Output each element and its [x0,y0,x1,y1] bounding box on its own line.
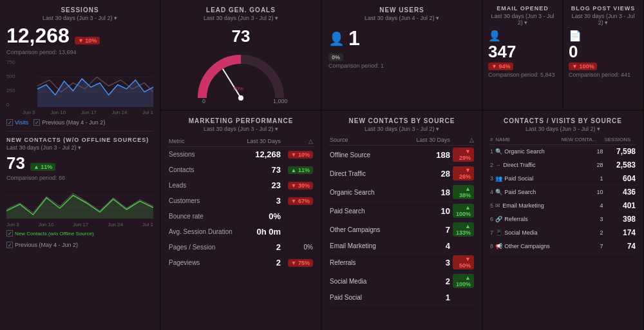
cv-rank: 6 [489,213,495,226]
nc-value: 28 [401,164,451,183]
mkt-value: 12,268 [242,147,282,162]
cv-sessions: 2,583 [603,159,636,172]
mkt-value: 3 [242,193,282,209]
nc-col-delta: △ [451,135,475,146]
top-right-panels: EMAIL OPENED Last 30 days (Jun 3 - Jul 2… [483,0,643,110]
blog-badge: ▼ 100% [569,63,597,70]
nc-delta: ▼ 26% [451,164,475,183]
sessions-chart [6,62,153,107]
svg-text:0: 0 [202,98,205,104]
cv-rank: 5 [489,199,495,213]
sessions-badge: ▼ 10% [75,37,100,44]
nc-col-source: Source [328,135,401,146]
nc-source: Social Media [328,272,401,291]
cv-col-sessions: SESSIONS [603,135,636,145]
mkt-metric: Leads [167,178,242,193]
new-users-subtitle: Last 30 days (Jun 4 - Jul 2) ▾ [328,15,475,21]
nc-row: Paid Social 1 [328,291,475,305]
cv-title: CONTACTS / VISITS BY SOURCE [489,117,636,124]
nc-row: Organic Search 18 ▲ 38% [328,183,475,202]
blog-subtitle: Last 30 days (Jun 3 - Jul 2) ▾ [569,13,638,26]
cv-subtitle: Last 30 days (Jun 3 - Jul 2) ▾ [489,126,636,132]
mkt-value: 23 [242,178,282,193]
new-contacts-source-panel: NEW CONTACTS BY SOURCE Last 30 days (Jun… [322,111,482,330]
mkt-metric: Pageviews [167,255,242,271]
email-comparison: Comparison period: 5,843 [488,72,557,78]
svg-marker-4 [37,79,153,107]
cv-sessions: 401 [603,199,636,213]
new-users-panel: NEW USERS Last 30 days (Jun 4 - Jul 2) ▾… [322,0,482,110]
new-contacts-chart [6,184,153,219]
svg-line-10 [223,69,241,98]
cv-name: 🔗Referrals [495,213,560,226]
mkt-metric: Contacts [167,162,242,178]
nc-row: Direct Traffic 28 ▼ 26% [328,164,475,183]
mkt-metric: Avg. Session Duration [167,224,242,240]
cv-row: 3 👥Paid Social 1 604 [489,172,636,186]
mkt-value: 2 [242,255,282,271]
mkt-row: Customers 3 ▼ 67% [167,193,314,209]
cv-sessions: 436 [603,186,636,199]
new-contacts-value: 73 [6,153,25,173]
nc-row: Referrals 3 ▼ 50% [328,253,475,272]
cv-row: 5 ✉Email Marketing 4 401 [489,199,636,213]
blog-value: 0 [569,42,638,62]
mkt-delta [282,224,314,240]
mkt-delta: ▼ 75% [282,255,314,271]
nc-row: Social Media 2 ▲ 100% [328,272,475,291]
nc-source: Paid Search [328,202,401,220]
cv-row: 8 📢Other Campaigns 7 74 [489,240,636,253]
new-contacts-comparison: Comparison period: 66 [6,175,153,181]
nc-delta [451,239,475,253]
email-subtitle: Last 30 days (Jun 3 - Jul 2) ▾ [488,13,557,26]
nc-delta: ▲ 38% [451,183,475,202]
mkt-row: Pageviews 2 ▼ 75% [167,255,314,271]
new-users-title: NEW USERS [328,6,475,14]
cv-contacts: 1 [560,172,603,186]
nc-delta: ▲ 100% [451,202,475,220]
cv-col-num: # [489,135,495,145]
cv-contacts: 7 [560,240,603,253]
mkt-value: 0% [242,209,282,224]
nc-col-last30: Last 30 Days [401,135,451,146]
cv-contacts: 28 [560,159,603,172]
cv-name: 📱Social Media [495,226,560,240]
nc-source: Offline Source [328,146,401,164]
new-users-value: 1 [348,26,360,50]
mkt-row: Sessions 12,268 ▼ 10% [167,147,314,162]
nc-source: Organic Search [328,183,401,202]
nc-delta: ▼ 50% [451,253,475,272]
new-users-comparison: Comparison period: 1 [328,63,475,69]
gauge-container: 73 0 1,000 50% [167,24,314,104]
cv-name: 🔍Paid Search [495,186,560,199]
nc-value: 4 [401,239,451,253]
cv-sessions: 74 [603,240,636,253]
new-users-badge: 0% [328,53,343,61]
cv-sessions: 604 [603,172,636,186]
mkt-delta: ▼ 10% [282,147,314,162]
cv-row: 6 🔗Referrals 3 398 [489,213,636,226]
email-panel: EMAIL OPENED Last 30 days (Jun 3 - Jul 2… [483,0,562,110]
lead-gen-panel: LEAD GEN. GOALS Last 30 days (Jun 3 - Ju… [161,0,321,110]
nc-source: Direct Traffic [328,164,401,183]
mkt-metric: Pages / Session [167,240,242,255]
email-value: 347 [488,42,557,62]
svg-point-11 [238,95,243,101]
cv-sessions: 398 [603,213,636,226]
mkt-delta [282,209,314,224]
cv-row: 1 🔍Organic Search 18 7,598 [489,145,636,159]
nc-source: Other Campaigns [328,220,401,239]
cv-name: ✉Email Marketing [495,199,560,213]
dashboard: SESSIONS Last 30 days (Jun 3 - Jul 2) ▾ … [0,0,644,330]
email-badge: ▼ 94% [488,63,513,70]
mkt-value: 0h 0m [242,224,282,240]
sessions-panel: SESSIONS Last 30 days (Jun 3 - Jul 2) ▾ … [0,0,160,330]
mkt-value: 2 [242,240,282,255]
nc-value: 10 [401,202,451,220]
mkt-delta: ▼ 67% [282,193,314,209]
cv-row: 2 →Direct Traffic 28 2,583 [489,159,636,172]
mkt-value: 73 [242,162,282,178]
mkt-title: MARKETING PERFORMANCE [167,117,314,124]
cv-table: # NAME NEW CONTA... SESSIONS 1 🔍Organic … [489,135,636,253]
cv-rank: 7 [489,226,495,240]
